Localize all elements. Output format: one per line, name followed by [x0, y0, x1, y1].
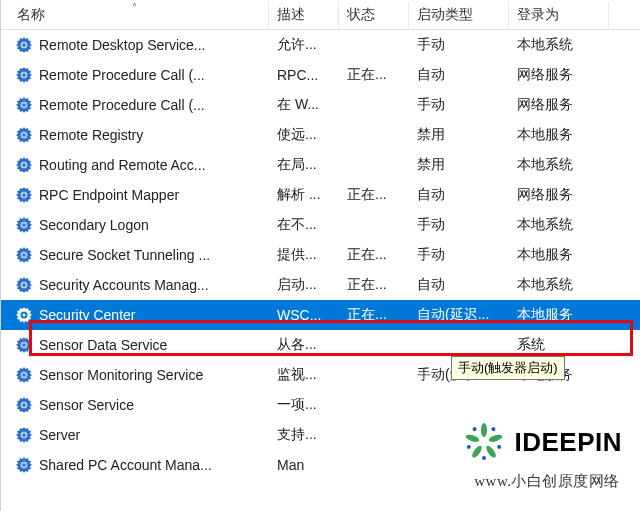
service-name-text: Sensor Data Service	[39, 337, 167, 353]
service-name-text: Security Accounts Manag...	[39, 277, 209, 293]
service-startup-cell: 自动	[409, 184, 509, 206]
service-name-text: Remote Procedure Call (...	[39, 97, 205, 113]
column-header-row: 名称 ˄ 描述 状态 启动类型 登录为	[1, 0, 640, 30]
svg-point-1	[23, 44, 26, 47]
svg-point-35	[491, 426, 497, 432]
service-startup-cell: 自动	[409, 64, 509, 86]
service-desc-cell: 监视...	[269, 364, 339, 386]
header-login[interactable]: 登录为	[509, 2, 609, 28]
service-status-cell	[339, 433, 409, 437]
svg-point-39	[472, 426, 478, 432]
service-desc-cell: RPC...	[269, 65, 339, 85]
service-gear-icon	[15, 246, 33, 264]
service-status-cell	[339, 463, 409, 467]
service-name-cell: Secure Socket Tunneling ...	[1, 244, 269, 266]
service-name-text: RPC Endpoint Mapper	[39, 187, 179, 203]
service-desc-cell: 支持...	[269, 424, 339, 446]
service-name-text: Remote Desktop Service...	[39, 37, 206, 53]
service-gear-icon	[15, 456, 33, 474]
service-login-cell: 本地服务	[509, 124, 609, 146]
service-row[interactable]: RPC Endpoint Mapper解析 ...正在...自动网络服务	[1, 180, 640, 210]
service-startup-cell: 自动	[409, 274, 509, 296]
service-name-cell: Server	[1, 424, 269, 446]
svg-point-3	[23, 74, 26, 77]
service-gear-icon	[15, 66, 33, 84]
service-row[interactable]: Remote Procedure Call (...RPC...正在...自动网…	[1, 60, 640, 90]
service-row[interactable]: Security CenterWSC...正在...自动(延迟...本地服务	[1, 300, 640, 330]
service-gear-icon	[15, 396, 33, 414]
service-name-text: Security Center	[39, 307, 135, 323]
service-startup-cell: 手动	[409, 244, 509, 266]
swirl-icon	[460, 421, 508, 463]
service-startup-cell	[409, 403, 509, 407]
svg-point-38	[467, 444, 472, 449]
service-status-cell	[339, 343, 409, 347]
service-startup-cell	[409, 463, 509, 467]
service-desc-cell: 提供...	[269, 244, 339, 266]
svg-point-7	[23, 134, 26, 137]
header-name[interactable]: 名称 ˄	[1, 2, 269, 28]
service-desc-cell: Man	[269, 455, 339, 475]
service-login-cell: 系统	[509, 334, 609, 356]
service-row[interactable]: Security Accounts Manag...启动...正在...自动本地…	[1, 270, 640, 300]
service-name-cell: Routing and Remote Acc...	[1, 154, 269, 176]
service-startup-cell: 手动	[409, 34, 509, 56]
svg-point-36	[497, 444, 502, 449]
svg-point-9	[23, 164, 26, 167]
service-name-cell: Security Accounts Manag...	[1, 274, 269, 296]
service-name-cell: RPC Endpoint Mapper	[1, 184, 269, 206]
service-desc-cell: 在不...	[269, 214, 339, 236]
service-name-text: Server	[39, 427, 80, 443]
header-status-label: 状态	[347, 6, 375, 22]
header-desc[interactable]: 描述	[269, 2, 339, 28]
service-name-text: Secondary Logon	[39, 217, 149, 233]
svg-point-5	[23, 104, 26, 107]
service-desc-cell: 在局...	[269, 154, 339, 176]
service-row[interactable]: Secure Socket Tunneling ...提供...正在...手动本…	[1, 240, 640, 270]
service-status-cell: 正在...	[339, 184, 409, 206]
service-name-text: Secure Socket Tunneling ...	[39, 247, 210, 263]
service-name-text: Routing and Remote Acc...	[39, 157, 206, 173]
svg-point-34	[465, 433, 480, 443]
service-gear-icon	[15, 216, 33, 234]
service-name-cell: Remote Procedure Call (...	[1, 94, 269, 116]
service-status-cell	[339, 223, 409, 227]
service-gear-icon	[15, 306, 33, 324]
service-startup-cell: 自动(延迟...	[409, 304, 509, 326]
header-desc-label: 描述	[277, 6, 305, 22]
svg-point-11	[23, 194, 26, 197]
service-startup-cell: 禁用	[409, 154, 509, 176]
service-desc-cell: 解析 ...	[269, 184, 339, 206]
service-desc-cell: 允许...	[269, 34, 339, 56]
svg-point-27	[23, 434, 26, 437]
service-row[interactable]: Remote Registry使远...禁用本地服务	[1, 120, 640, 150]
service-row[interactable]: Remote Desktop Service...允许...手动本地系统	[1, 30, 640, 60]
service-desc-cell: 从各...	[269, 334, 339, 356]
watermark-brand-text: IDEEPIN	[514, 427, 622, 458]
service-gear-icon	[15, 36, 33, 54]
header-startup[interactable]: 启动类型	[409, 2, 509, 28]
service-login-cell	[509, 463, 609, 467]
service-startup-cell: 手动	[409, 214, 509, 236]
service-name-cell: Remote Desktop Service...	[1, 34, 269, 56]
header-status[interactable]: 状态	[339, 2, 409, 28]
service-name-cell: Remote Registry	[1, 124, 269, 146]
service-row[interactable]: Remote Procedure Call (...在 W...手动网络服务	[1, 90, 640, 120]
service-name-cell: Security Center	[1, 304, 269, 326]
service-row[interactable]: Routing and Remote Acc...在局...禁用本地系统	[1, 150, 640, 180]
service-login-cell: 本地系统	[509, 274, 609, 296]
service-login-cell: 本地系统	[509, 154, 609, 176]
header-name-label: 名称	[17, 6, 45, 22]
service-row[interactable]: Secondary Logon在不...手动本地系统	[1, 210, 640, 240]
service-gear-icon	[15, 186, 33, 204]
service-gear-icon	[15, 156, 33, 174]
service-login-cell: 本地服务	[509, 304, 609, 326]
service-status-cell	[339, 373, 409, 377]
service-gear-icon	[15, 276, 33, 294]
service-list: Remote Desktop Service...允许...手动本地系统 Rem…	[1, 30, 640, 480]
service-row[interactable]: Sensor Service一项...	[1, 390, 640, 420]
svg-point-33	[471, 444, 484, 459]
service-status-cell: 正在...	[339, 64, 409, 86]
svg-point-23	[23, 374, 26, 377]
service-status-cell	[339, 403, 409, 407]
